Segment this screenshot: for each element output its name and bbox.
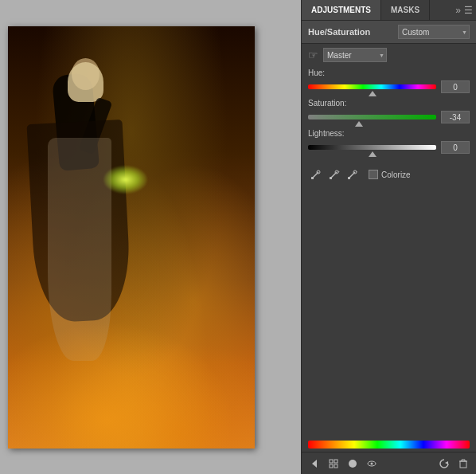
colorize-row: + - Colorize (302, 157, 476, 189)
colorize-checkbox[interactable] (369, 170, 378, 179)
hue-row: Hue: (302, 66, 476, 96)
lightness-slider-thumb[interactable] (369, 151, 377, 157)
color-ramp-section (302, 441, 476, 449)
svg-line-3 (331, 172, 337, 178)
saturation-slider-track (308, 115, 436, 119)
channel-row: ☞ Master (302, 44, 476, 66)
saturation-slider-container (308, 109, 470, 125)
wing-glow (103, 166, 147, 194)
svg-rect-20 (460, 461, 466, 468)
panel-tab-icons: » ☰ (455, 5, 476, 16)
lightness-label: Lightness: (308, 129, 470, 138)
svg-rect-15 (334, 464, 337, 468)
forward-icon[interactable]: » (455, 5, 461, 16)
saturation-slider-track-wrapper[interactable] (308, 109, 436, 125)
circle-icon-button[interactable] (345, 456, 361, 472)
circle-icon (347, 458, 358, 469)
hue-value-input[interactable] (441, 80, 470, 93)
eyedropper-icon (310, 169, 322, 180)
svg-rect-12 (330, 460, 333, 463)
panel-tabs: ADJUSTMENTS MASKS » ☰ (302, 0, 476, 21)
svg-rect-1 (311, 177, 314, 179)
lightness-slider-track (308, 145, 436, 150)
photo-frame (8, 26, 255, 449)
eyedropper-icons: + - (308, 166, 361, 182)
panel-header: Hue/Saturation Custom (302, 21, 476, 44)
panel-menu-icon[interactable]: ☰ (464, 5, 473, 16)
back-icon (309, 458, 320, 469)
hue-slider-container (308, 79, 470, 95)
preset-select[interactable]: Custom (398, 25, 470, 39)
colorize-label: Colorize (381, 170, 411, 179)
eyedropper-button[interactable] (308, 166, 324, 182)
hue-slider-track-wrapper[interactable] (308, 79, 436, 95)
lightness-value-input[interactable] (441, 141, 470, 154)
saturation-value-input[interactable] (441, 111, 470, 123)
back-icon-button[interactable] (306, 456, 322, 472)
svg-marker-11 (312, 460, 317, 468)
grid-icon (328, 458, 339, 469)
panel-bottom-toolbar (302, 452, 476, 474)
preset-select-wrapper: Custom (398, 25, 470, 39)
svg-marker-19 (445, 461, 448, 464)
svg-line-7 (349, 172, 355, 178)
svg-rect-4 (330, 177, 332, 179)
tab-adjustments[interactable]: ADJUSTMENTS (302, 0, 381, 20)
eye-icon (366, 458, 377, 469)
svg-rect-8 (348, 177, 350, 179)
adjustments-panel: ADJUSTMENTS MASKS » ☰ Hue/Saturation Cus… (301, 0, 476, 474)
reset-icon (439, 458, 450, 469)
lightness-row: Lightness: (302, 127, 476, 157)
svg-text:+: + (337, 169, 340, 174)
reset-icon-button[interactable] (436, 456, 452, 472)
eyedropper-minus-icon: - (347, 169, 358, 180)
photo-background (8, 26, 255, 449)
eyedropper-minus-button[interactable]: - (345, 166, 361, 182)
finger-icon: ☞ (308, 49, 318, 61)
saturation-slider-thumb[interactable] (355, 121, 363, 127)
saturation-row: Saturation: (302, 96, 476, 127)
hue-slider-thumb[interactable] (369, 91, 377, 96)
tab-masks[interactable]: MASKS (381, 0, 430, 20)
eye-icon-button[interactable] (364, 456, 380, 472)
svg-rect-14 (330, 464, 333, 468)
trash-icon-button[interactable] (455, 456, 471, 472)
canvas-area (0, 0, 263, 474)
svg-point-16 (349, 460, 357, 468)
svg-text:-: - (356, 169, 357, 174)
svg-line-0 (313, 172, 318, 178)
trash-icon (458, 458, 469, 469)
eyedropper-plus-icon: + (329, 169, 340, 180)
saturation-label: Saturation: (308, 99, 470, 108)
eyedropper-plus-button[interactable]: + (326, 166, 342, 182)
grid-icon-button[interactable] (326, 456, 341, 472)
channel-select-wrapper: Master (323, 48, 387, 62)
lightness-slider-container (308, 139, 470, 155)
panel-title: Hue/Saturation (308, 27, 398, 37)
hue-slider-track (308, 84, 436, 89)
color-ramp-bar (308, 441, 470, 449)
svg-point-18 (371, 462, 373, 464)
hue-label: Hue: (308, 69, 470, 77)
svg-rect-13 (334, 460, 337, 463)
lightness-slider-track-wrapper[interactable] (308, 139, 436, 155)
channel-select[interactable]: Master (323, 48, 387, 62)
